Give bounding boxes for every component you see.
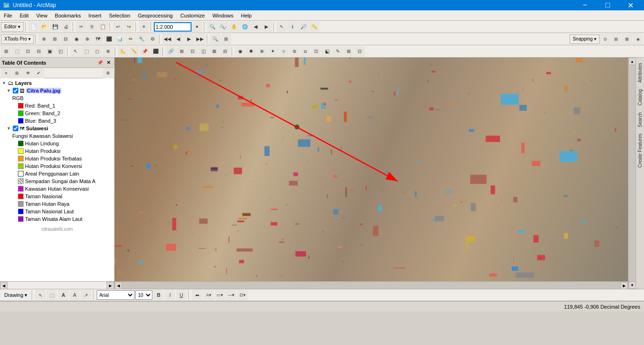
draw-arrow-btn[interactable]: ↗: [81, 290, 91, 300]
tab-catalog[interactable]: Catalog: [636, 86, 644, 109]
menu-help[interactable]: Help: [237, 10, 256, 20]
tab-search[interactable]: Search: [636, 109, 644, 131]
italic-button[interactable]: I: [165, 290, 175, 300]
xt-btn1[interactable]: ⊕: [39, 34, 49, 44]
save-button[interactable]: 💾: [50, 22, 60, 32]
line-color-picker[interactable]: —▾: [226, 290, 236, 300]
menu-geoprocessing[interactable]: Geoprocessing: [134, 10, 176, 20]
map-scrollbar-h[interactable]: ◀ ▶: [115, 281, 628, 289]
xt-btn8[interactable]: 📊: [115, 34, 125, 44]
t3-btn15[interactable]: 🔗: [166, 46, 176, 57]
editor-dropdown[interactable]: Editor ▾: [1, 22, 24, 32]
draw-select-btn[interactable]: ↖: [35, 290, 46, 300]
t3-btn4[interactable]: ⊟: [33, 46, 44, 57]
paste-button[interactable]: 📋: [98, 22, 108, 32]
print-button[interactable]: 🖨: [61, 22, 71, 32]
draw-text-btn[interactable]: A: [58, 290, 68, 300]
xt-btn7[interactable]: ⬛: [104, 34, 114, 44]
pan-button[interactable]: ✋: [229, 22, 239, 32]
citra-checkbox[interactable]: [13, 88, 18, 93]
menu-customize[interactable]: Customize: [176, 10, 209, 20]
zoom-input[interactable]: 1:2.000: [154, 22, 192, 32]
t3-btn1[interactable]: ⊞: [1, 46, 11, 57]
new-map-button[interactable]: 📄: [28, 22, 39, 32]
xt-btn3[interactable]: ⊟: [60, 34, 71, 44]
t3-btn25[interactable]: ⊹: [278, 46, 289, 57]
t3-btn5[interactable]: ▣: [44, 46, 55, 57]
sulawesi-row[interactable]: ▼ 🗺 Sulawesi: [0, 125, 114, 132]
fill-color-picker[interactable]: ▭▾: [215, 290, 225, 300]
menu-insert[interactable]: Insert: [84, 10, 105, 20]
scroll-h-track[interactable]: [122, 282, 620, 289]
map-scrollbar-v[interactable]: ▲ ▼: [628, 58, 636, 289]
drawing-dropdown[interactable]: Drawing ▾: [2, 292, 30, 299]
t3-btn24[interactable]: ✦: [268, 46, 278, 57]
snapping-dropdown[interactable]: Snapping ▾: [569, 34, 600, 44]
xt-btn11[interactable]: ⚙: [147, 34, 158, 44]
select-button[interactable]: ↖: [276, 22, 287, 32]
t3-btn2[interactable]: ⬚: [12, 46, 22, 57]
t3-btn26[interactable]: ⊚: [289, 46, 300, 57]
t3-btn23[interactable]: ⊕: [257, 46, 267, 57]
measure-button[interactable]: 📏: [309, 22, 319, 32]
zoom-prev-button[interactable]: ◀: [251, 22, 261, 32]
zoom-dropdown[interactable]: ▾: [192, 22, 202, 32]
toc-scroll-right[interactable]: ▶: [107, 282, 114, 289]
toc-scroll-left[interactable]: ◀: [0, 282, 8, 289]
font-name-select[interactable]: Arial: [97, 290, 134, 300]
t3-btn29[interactable]: ⬕: [322, 46, 332, 57]
xt-btn4[interactable]: ◉: [71, 34, 82, 44]
scroll-left-btn[interactable]: ◀: [115, 282, 122, 289]
scroll-up-btn[interactable]: ▲: [628, 58, 636, 65]
citra-palu-row[interactable]: ▼ 🖼 Citra Palu.jpg: [0, 87, 114, 94]
draw-font-color-btn[interactable]: A: [69, 290, 80, 300]
toc-scroll-track[interactable]: [8, 282, 107, 289]
snap-btn1[interactable]: ⊙: [600, 34, 611, 44]
scroll-down-btn[interactable]: ▼: [628, 281, 636, 289]
toc-close-icon[interactable]: ✕: [105, 59, 112, 67]
t3-btn20[interactable]: ⊟: [220, 46, 230, 57]
snap-btn2[interactable]: ⊞: [611, 34, 621, 44]
t3-btn28[interactable]: ⊡: [311, 46, 321, 57]
close-button[interactable]: ✕: [619, 0, 641, 10]
xt-btn10[interactable]: 🔧: [136, 34, 147, 44]
xt-btn16[interactable]: 🔍: [210, 34, 220, 44]
t3-btn11[interactable]: 📐: [118, 46, 128, 57]
t3-btn10[interactable]: ⊕: [103, 46, 113, 57]
xt-btn9[interactable]: ✏: [125, 34, 136, 44]
t3-btn27[interactable]: ⧈: [300, 46, 310, 57]
toc-options-btn[interactable]: ⚙: [103, 68, 113, 78]
map-canvas[interactable]: [115, 58, 636, 289]
t3-btn14[interactable]: ⬛: [151, 46, 161, 57]
menu-view[interactable]: View: [33, 10, 51, 20]
t3-btn12[interactable]: 📏: [129, 46, 139, 57]
t3-btn3[interactable]: ⊡: [23, 46, 33, 57]
t3-btn8[interactable]: ⬚: [81, 46, 92, 57]
xt-btn5[interactable]: ⊕: [82, 34, 92, 44]
zoom-in-button[interactable]: 🔍: [207, 22, 217, 32]
snap-btn4[interactable]: ◈: [633, 34, 643, 44]
xt-btn6[interactable]: 🗺: [93, 34, 103, 44]
redo-button[interactable]: ↪: [124, 22, 134, 32]
toc-select-btn[interactable]: ✔: [33, 68, 44, 78]
undo-button[interactable]: ↩: [113, 22, 123, 32]
scroll-right-btn[interactable]: ▶: [620, 282, 628, 289]
minimize-button[interactable]: −: [574, 0, 596, 10]
find-button[interactable]: 🔎: [298, 22, 309, 32]
t3-btn9[interactable]: ◻: [92, 46, 102, 57]
t3-btn32[interactable]: ⊡: [354, 46, 365, 57]
font-size-select[interactable]: 10: [135, 290, 152, 300]
underline-button[interactable]: U: [176, 290, 186, 300]
t3-btn17[interactable]: ⊡: [187, 46, 198, 57]
add-data-button[interactable]: +: [139, 22, 149, 32]
map-area[interactable]: ▲ ▼ ◀ ▶: [115, 58, 636, 289]
t3-btn31[interactable]: ⊞: [343, 46, 354, 57]
toc-source-btn[interactable]: ⊞: [12, 68, 22, 78]
t3-btn22[interactable]: ✱: [246, 46, 256, 57]
t3-btn6[interactable]: ◰: [55, 46, 66, 57]
xtools-dropdown[interactable]: XTools Pro ▾: [1, 34, 34, 44]
t3-btn18[interactable]: ◫: [198, 46, 209, 57]
xt-btn2[interactable]: ⊞: [50, 34, 60, 44]
zoom-out-button[interactable]: 🔍-: [218, 22, 228, 32]
layers-group-row[interactable]: ▼ 🗂 Layers: [0, 79, 114, 87]
